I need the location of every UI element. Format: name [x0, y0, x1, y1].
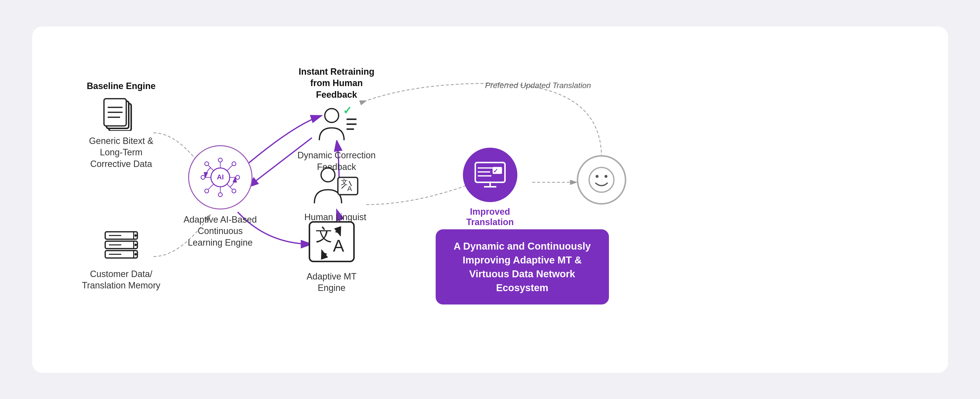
improved-label: Improved Translation [453, 207, 527, 227]
ai-icon-wrap: AI [188, 145, 253, 209]
node-dynamic: Instant Retraining from Human Feedback ✓… [292, 66, 381, 173]
dynamic-icon-wrap: ✓ [314, 106, 359, 145]
svg-line-39 [208, 184, 214, 189]
mt-icon-wrap: 文 A [307, 219, 356, 266]
svg-text:文: 文 [341, 178, 348, 186]
customer-icon-wrap [102, 229, 141, 264]
gray-circle [577, 155, 626, 204]
person-feedback-icon: ✓ [314, 106, 359, 145]
ai-circle: AI [188, 145, 253, 209]
node-baseline: Baseline Engine Generic Bitext & Long-Te… [82, 81, 161, 170]
node-mt: 文 A Adaptive MT Engine [292, 219, 371, 294]
human-icon-wrap: 文 A [311, 165, 360, 207]
node-banner: A Dynamic and Continuously Improving Ada… [436, 229, 609, 304]
node-happy [577, 155, 626, 209]
ai-network-icon: AI [196, 153, 245, 202]
smiley-icon [584, 163, 619, 197]
svg-text:✓: ✓ [493, 168, 498, 174]
banner-text: A Dynamic and Continuously Improving Ada… [450, 239, 594, 294]
customer-label: Customer Data/ Translation Memory [82, 268, 161, 291]
svg-point-28 [235, 176, 240, 179]
svg-text:A: A [333, 236, 344, 255]
svg-point-68 [596, 175, 598, 178]
node-improved: ✓ Improved Translation [453, 148, 527, 227]
preferred-label: Preferred Updated Translation [485, 81, 591, 90]
svg-point-29 [205, 162, 209, 166]
human-linguist-icon: 文 A [311, 165, 360, 207]
arrow-happy-to-dynamic [366, 83, 601, 158]
svg-point-32 [232, 189, 236, 193]
node-customer: Customer Data/ Translation Memory [82, 229, 161, 291]
node-human: 文 A Human Linguist [304, 165, 366, 223]
baseline-icon-wrap [102, 91, 141, 131]
svg-line-38 [227, 165, 232, 171]
server-stack-icon [102, 229, 141, 264]
svg-point-30 [232, 162, 236, 166]
node-ai: AI [181, 145, 260, 249]
monitor-check-icon: ✓ [473, 160, 508, 190]
baseline-label: Generic Bitext & Long-Term Corrective Da… [82, 135, 161, 170]
svg-point-69 [605, 175, 608, 178]
svg-point-48 [321, 168, 335, 182]
purple-circle: ✓ [463, 148, 517, 202]
diagram-container: Preferred Updated Translation Baseline E… [32, 27, 948, 373]
diagram-inner: Preferred Updated Translation Baseline E… [69, 51, 911, 348]
adaptive-mt-icon: 文 A [307, 219, 356, 266]
svg-point-26 [218, 193, 222, 197]
svg-point-13 [134, 234, 137, 237]
svg-point-43 [325, 109, 339, 122]
svg-text:AI: AI [217, 173, 224, 181]
baseline-title: Baseline Engine [87, 81, 156, 91]
happy-icon-wrap [577, 155, 626, 204]
banner: A Dynamic and Continuously Improving Ada… [436, 229, 609, 304]
ai-label: Adaptive AI-Based Continuous Learning En… [181, 214, 260, 249]
svg-point-19 [134, 253, 137, 255]
svg-point-27 [201, 176, 205, 179]
svg-point-67 [589, 168, 614, 192]
svg-point-25 [218, 158, 222, 162]
improved-icon-wrap: ✓ [463, 148, 517, 202]
mt-label: Adaptive MT Engine [292, 271, 371, 294]
svg-text:✓: ✓ [343, 106, 352, 117]
svg-point-31 [205, 189, 209, 193]
document-stack-icon [102, 91, 141, 131]
svg-text:文: 文 [316, 225, 332, 244]
svg-line-37 [208, 165, 214, 171]
instant-retraining-title: Instant Retraining from Human Feedback [292, 66, 381, 101]
svg-line-40 [227, 184, 232, 189]
svg-point-16 [134, 244, 137, 246]
